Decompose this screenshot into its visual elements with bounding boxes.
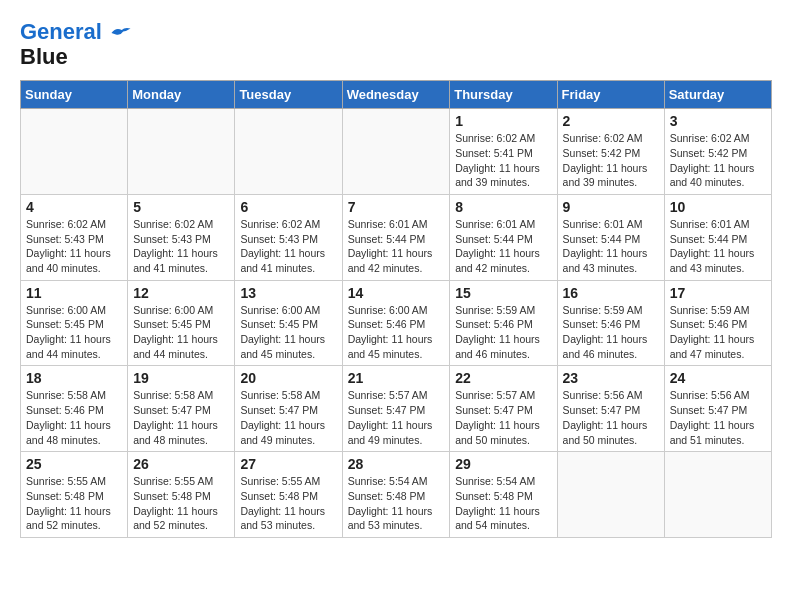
calendar-cell <box>557 452 664 538</box>
day-number: 20 <box>240 370 336 386</box>
calendar-cell: 8Sunrise: 6:01 AM Sunset: 5:44 PM Daylig… <box>450 194 557 280</box>
calendar-cell: 6Sunrise: 6:02 AM Sunset: 5:43 PM Daylig… <box>235 194 342 280</box>
day-number: 6 <box>240 199 336 215</box>
day-number: 22 <box>455 370 551 386</box>
day-info: Sunrise: 6:02 AM Sunset: 5:41 PM Dayligh… <box>455 131 551 190</box>
day-number: 12 <box>133 285 229 301</box>
day-of-week-header: Monday <box>128 81 235 109</box>
calendar-cell: 20Sunrise: 5:58 AM Sunset: 5:47 PM Dayli… <box>235 366 342 452</box>
day-info: Sunrise: 6:00 AM Sunset: 5:45 PM Dayligh… <box>240 303 336 362</box>
day-number: 27 <box>240 456 336 472</box>
day-info: Sunrise: 5:58 AM Sunset: 5:46 PM Dayligh… <box>26 388 122 447</box>
calendar-cell: 12Sunrise: 6:00 AM Sunset: 5:45 PM Dayli… <box>128 280 235 366</box>
calendar-cell <box>21 109 128 195</box>
day-info: Sunrise: 5:56 AM Sunset: 5:47 PM Dayligh… <box>563 388 659 447</box>
calendar-cell: 26Sunrise: 5:55 AM Sunset: 5:48 PM Dayli… <box>128 452 235 538</box>
bird-icon <box>110 25 132 41</box>
logo-blue: Blue <box>20 44 132 70</box>
calendar-week-row: 1Sunrise: 6:02 AM Sunset: 5:41 PM Daylig… <box>21 109 772 195</box>
day-info: Sunrise: 5:54 AM Sunset: 5:48 PM Dayligh… <box>455 474 551 533</box>
day-number: 1 <box>455 113 551 129</box>
calendar-cell: 22Sunrise: 5:57 AM Sunset: 5:47 PM Dayli… <box>450 366 557 452</box>
day-info: Sunrise: 5:55 AM Sunset: 5:48 PM Dayligh… <box>26 474 122 533</box>
day-info: Sunrise: 5:55 AM Sunset: 5:48 PM Dayligh… <box>133 474 229 533</box>
day-number: 26 <box>133 456 229 472</box>
calendar-cell: 16Sunrise: 5:59 AM Sunset: 5:46 PM Dayli… <box>557 280 664 366</box>
day-of-week-header: Tuesday <box>235 81 342 109</box>
page-header: General Blue <box>20 20 772 70</box>
day-number: 8 <box>455 199 551 215</box>
day-number: 4 <box>26 199 122 215</box>
calendar-cell: 19Sunrise: 5:58 AM Sunset: 5:47 PM Dayli… <box>128 366 235 452</box>
calendar-cell <box>664 452 771 538</box>
day-info: Sunrise: 6:01 AM Sunset: 5:44 PM Dayligh… <box>670 217 766 276</box>
day-info: Sunrise: 5:59 AM Sunset: 5:46 PM Dayligh… <box>455 303 551 362</box>
day-number: 3 <box>670 113 766 129</box>
day-info: Sunrise: 6:02 AM Sunset: 5:43 PM Dayligh… <box>240 217 336 276</box>
calendar-cell <box>342 109 450 195</box>
day-number: 18 <box>26 370 122 386</box>
calendar-cell: 5Sunrise: 6:02 AM Sunset: 5:43 PM Daylig… <box>128 194 235 280</box>
day-info: Sunrise: 5:58 AM Sunset: 5:47 PM Dayligh… <box>133 388 229 447</box>
day-info: Sunrise: 5:56 AM Sunset: 5:47 PM Dayligh… <box>670 388 766 447</box>
day-number: 23 <box>563 370 659 386</box>
calendar-cell <box>235 109 342 195</box>
day-number: 25 <box>26 456 122 472</box>
day-info: Sunrise: 6:02 AM Sunset: 5:43 PM Dayligh… <box>26 217 122 276</box>
day-of-week-header: Saturday <box>664 81 771 109</box>
day-number: 14 <box>348 285 445 301</box>
day-number: 13 <box>240 285 336 301</box>
calendar-header-row: SundayMondayTuesdayWednesdayThursdayFrid… <box>21 81 772 109</box>
day-info: Sunrise: 6:02 AM Sunset: 5:42 PM Dayligh… <box>563 131 659 190</box>
calendar-cell: 2Sunrise: 6:02 AM Sunset: 5:42 PM Daylig… <box>557 109 664 195</box>
day-number: 5 <box>133 199 229 215</box>
logo: General Blue <box>20 20 132 70</box>
calendar-cell: 24Sunrise: 5:56 AM Sunset: 5:47 PM Dayli… <box>664 366 771 452</box>
day-info: Sunrise: 6:00 AM Sunset: 5:45 PM Dayligh… <box>26 303 122 362</box>
day-number: 16 <box>563 285 659 301</box>
logo-text: General <box>20 20 132 44</box>
calendar-week-row: 11Sunrise: 6:00 AM Sunset: 5:45 PM Dayli… <box>21 280 772 366</box>
day-of-week-header: Sunday <box>21 81 128 109</box>
day-number: 11 <box>26 285 122 301</box>
calendar-table: SundayMondayTuesdayWednesdayThursdayFrid… <box>20 80 772 538</box>
day-info: Sunrise: 5:57 AM Sunset: 5:47 PM Dayligh… <box>348 388 445 447</box>
day-number: 15 <box>455 285 551 301</box>
calendar-week-row: 4Sunrise: 6:02 AM Sunset: 5:43 PM Daylig… <box>21 194 772 280</box>
calendar-cell: 17Sunrise: 5:59 AM Sunset: 5:46 PM Dayli… <box>664 280 771 366</box>
calendar-cell: 25Sunrise: 5:55 AM Sunset: 5:48 PM Dayli… <box>21 452 128 538</box>
day-info: Sunrise: 5:59 AM Sunset: 5:46 PM Dayligh… <box>563 303 659 362</box>
day-number: 7 <box>348 199 445 215</box>
calendar-cell: 9Sunrise: 6:01 AM Sunset: 5:44 PM Daylig… <box>557 194 664 280</box>
day-number: 29 <box>455 456 551 472</box>
day-info: Sunrise: 6:02 AM Sunset: 5:42 PM Dayligh… <box>670 131 766 190</box>
day-info: Sunrise: 6:01 AM Sunset: 5:44 PM Dayligh… <box>563 217 659 276</box>
day-info: Sunrise: 6:01 AM Sunset: 5:44 PM Dayligh… <box>455 217 551 276</box>
calendar-cell: 7Sunrise: 6:01 AM Sunset: 5:44 PM Daylig… <box>342 194 450 280</box>
day-info: Sunrise: 6:00 AM Sunset: 5:45 PM Dayligh… <box>133 303 229 362</box>
day-number: 2 <box>563 113 659 129</box>
calendar-cell: 13Sunrise: 6:00 AM Sunset: 5:45 PM Dayli… <box>235 280 342 366</box>
day-info: Sunrise: 6:00 AM Sunset: 5:46 PM Dayligh… <box>348 303 445 362</box>
calendar-week-row: 25Sunrise: 5:55 AM Sunset: 5:48 PM Dayli… <box>21 452 772 538</box>
calendar-week-row: 18Sunrise: 5:58 AM Sunset: 5:46 PM Dayli… <box>21 366 772 452</box>
calendar-cell: 28Sunrise: 5:54 AM Sunset: 5:48 PM Dayli… <box>342 452 450 538</box>
day-info: Sunrise: 5:55 AM Sunset: 5:48 PM Dayligh… <box>240 474 336 533</box>
calendar-cell: 29Sunrise: 5:54 AM Sunset: 5:48 PM Dayli… <box>450 452 557 538</box>
day-number: 10 <box>670 199 766 215</box>
day-of-week-header: Thursday <box>450 81 557 109</box>
day-number: 21 <box>348 370 445 386</box>
calendar-cell: 21Sunrise: 5:57 AM Sunset: 5:47 PM Dayli… <box>342 366 450 452</box>
day-info: Sunrise: 5:57 AM Sunset: 5:47 PM Dayligh… <box>455 388 551 447</box>
calendar-cell: 1Sunrise: 6:02 AM Sunset: 5:41 PM Daylig… <box>450 109 557 195</box>
calendar-cell: 18Sunrise: 5:58 AM Sunset: 5:46 PM Dayli… <box>21 366 128 452</box>
day-number: 24 <box>670 370 766 386</box>
day-number: 28 <box>348 456 445 472</box>
calendar-cell <box>128 109 235 195</box>
calendar-cell: 27Sunrise: 5:55 AM Sunset: 5:48 PM Dayli… <box>235 452 342 538</box>
day-info: Sunrise: 6:02 AM Sunset: 5:43 PM Dayligh… <box>133 217 229 276</box>
calendar-cell: 10Sunrise: 6:01 AM Sunset: 5:44 PM Dayli… <box>664 194 771 280</box>
day-number: 9 <box>563 199 659 215</box>
calendar-cell: 23Sunrise: 5:56 AM Sunset: 5:47 PM Dayli… <box>557 366 664 452</box>
calendar-cell: 11Sunrise: 6:00 AM Sunset: 5:45 PM Dayli… <box>21 280 128 366</box>
